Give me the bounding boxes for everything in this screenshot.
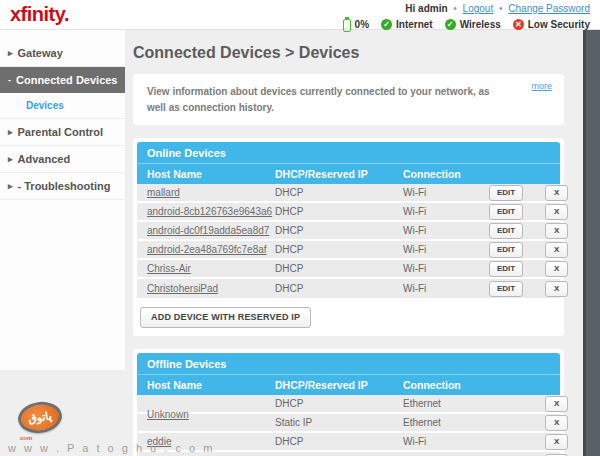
connection-cell: Wi-Fi	[403, 283, 489, 294]
offline-devices-title: Offline Devices	[137, 353, 560, 375]
logout-link[interactable]: Logout	[463, 3, 494, 14]
ip-cell: Static IP	[275, 417, 403, 428]
sidebar-item-gateway[interactable]: ▸ Gateway	[0, 40, 125, 67]
sidebar-item-label: Gateway	[18, 47, 63, 59]
add-device-reserved-ip-button[interactable]: ADD DEVICE WITH RESERVED IP	[140, 307, 311, 328]
col-connection: Connection	[403, 168, 489, 180]
online-devices-title: Online Devices	[137, 142, 560, 164]
chevron-right-icon: ▸	[8, 181, 13, 191]
account-bar: Hi admin • Logout • Change Password	[343, 3, 590, 15]
ip-cell: DHCP	[275, 244, 403, 255]
window-edge-strip	[583, 30, 600, 456]
col-host-name: Host Name	[147, 168, 275, 180]
status-bar: 0% Internet Wireless Low Security	[343, 17, 590, 32]
status-wireless: Wireless	[460, 19, 501, 31]
connection-cell: Ethernet	[403, 417, 489, 428]
sidebar-item-label: Parental Control	[18, 126, 104, 138]
ip-cell: DHCP	[275, 263, 403, 274]
description-text: View information about devices currently…	[147, 84, 504, 115]
check-icon	[381, 19, 392, 30]
status-internet: Internet	[396, 19, 433, 31]
remove-button[interactable]: X	[545, 281, 568, 297]
connection-cell: Wi-Fi	[403, 263, 489, 274]
battery-icon	[343, 19, 351, 32]
sidebar-nav: ▸ Gateway - Connected Devices Devices ▸ …	[0, 30, 125, 370]
sidebar-item-troubleshooting[interactable]: ▸ - Troubleshooting	[0, 173, 125, 200]
edit-button[interactable]: EDIT	[489, 223, 523, 239]
online-devices-rows: mallard DHCP Wi-Fi EDIT X android-8cb126…	[137, 184, 560, 298]
patoghu-logo: پاتوق	[16, 399, 64, 436]
connection-cell: Ethernet	[403, 398, 489, 409]
chevron-right-icon: ▸	[8, 154, 13, 164]
connection-cell: Wi-Fi	[403, 436, 489, 447]
ip-cell: DHCP	[275, 436, 403, 447]
table-row: mallard DHCP Wi-Fi EDIT X	[137, 184, 560, 203]
edit-button[interactable]: EDIT	[489, 242, 523, 258]
greeting-text: Hi admin	[405, 3, 447, 14]
edit-button[interactable]: EDIT	[489, 185, 523, 201]
edit-button[interactable]: EDIT	[489, 204, 523, 220]
host-name-link[interactable]: mallard	[147, 187, 180, 198]
more-link[interactable]: more	[531, 81, 552, 91]
ip-cell: DHCP	[275, 187, 403, 198]
change-password-link[interactable]: Change Password	[508, 3, 590, 14]
dash-icon: -	[8, 75, 11, 85]
sidebar-item-label: - Troubleshooting	[18, 180, 111, 192]
table-row: android-8cb126763e9643a6 DHCP Wi-Fi EDIT…	[137, 203, 560, 222]
sidebar-item-label: Devices	[26, 100, 64, 111]
xfinity-logo: xfinity.	[10, 3, 69, 25]
remove-button[interactable]: X	[545, 261, 568, 277]
table-row: android-dc0f19adda5ea8d7 DHCP Wi-Fi EDIT…	[137, 222, 560, 241]
host-name-link[interactable]: android-dc0f19adda5ea8d7	[147, 225, 269, 236]
connection-cell: Wi-Fi	[403, 244, 489, 255]
remove-button[interactable]: X	[545, 415, 568, 431]
remove-button[interactable]: X	[545, 185, 568, 201]
host-name-link[interactable]: android-2ea48a769fc7e8af	[147, 244, 267, 255]
table-row: android-2ea48a769fc7e8af DHCP Wi-Fi EDIT…	[137, 241, 560, 260]
col-dhcp-ip: DHCP/Reserved IP	[275, 379, 403, 391]
col-connection: Connection	[403, 379, 489, 391]
remove-button[interactable]: X	[545, 434, 568, 450]
table-row: Chriss-Air DHCP Wi-Fi EDIT X	[137, 260, 560, 279]
separator-dot: •	[453, 3, 457, 14]
offline-devices-header-row: Host Name DHCP/Reserved IP Connection	[137, 375, 560, 395]
host-name-link[interactable]: Chriss-Air	[147, 263, 191, 274]
watermark-url: w w w . P a t o g h u . c o m	[8, 442, 215, 454]
sidebar-item-devices[interactable]: Devices	[0, 93, 125, 119]
status-security: Low Security	[528, 19, 590, 31]
remove-button[interactable]: X	[545, 396, 568, 412]
col-dhcp-ip: DHCP/Reserved IP	[275, 168, 403, 180]
online-devices-header-row: Host Name DHCP/Reserved IP Connection	[137, 164, 560, 184]
ip-cell: DHCP	[275, 206, 403, 217]
separator-dot: •	[499, 3, 503, 14]
check-icon	[445, 19, 456, 30]
chevron-right-icon: ▸	[8, 48, 13, 58]
table-row: ChristohersiPad DHCP Wi-Fi EDIT X	[137, 279, 560, 298]
ip-cell: DHCP	[275, 225, 403, 236]
remove-button[interactable]: X	[545, 242, 568, 258]
sidebar-item-advanced[interactable]: ▸ Advanced	[0, 146, 125, 173]
main-content: Connected Devices > Devices View informa…	[125, 30, 578, 456]
patoghu-logo-sub: com	[20, 436, 215, 440]
edit-button[interactable]: EDIT	[489, 281, 523, 297]
col-host-name: Host Name	[147, 379, 275, 391]
online-devices-card: Online Devices Host Name DHCP/Reserved I…	[133, 138, 564, 336]
host-name-link[interactable]: android-8cb126763e9643a6	[147, 206, 272, 217]
sidebar-item-parental-control[interactable]: ▸ Parental Control	[0, 119, 125, 146]
ip-cell: DHCP	[275, 283, 403, 294]
connection-cell: Wi-Fi	[403, 225, 489, 236]
sidebar-item-connected-devices[interactable]: - Connected Devices	[0, 67, 125, 93]
remove-button[interactable]: X	[545, 204, 568, 220]
error-icon	[513, 19, 524, 30]
ip-cell: DHCP	[275, 398, 403, 409]
description-box: View information about devices currently…	[133, 74, 564, 125]
connection-cell: Wi-Fi	[403, 187, 489, 198]
watermark: پاتوق com w w w . P a t o g h u . c o m	[8, 402, 215, 454]
host-name-link[interactable]: ChristohersiPad	[147, 283, 218, 294]
connection-cell: Wi-Fi	[403, 206, 489, 217]
sidebar-item-label: Advanced	[18, 153, 71, 165]
remove-button[interactable]: X	[545, 223, 568, 239]
edit-button[interactable]: EDIT	[489, 261, 523, 277]
battery-percent: 0%	[355, 19, 369, 31]
page-title: Connected Devices > Devices	[133, 44, 564, 62]
